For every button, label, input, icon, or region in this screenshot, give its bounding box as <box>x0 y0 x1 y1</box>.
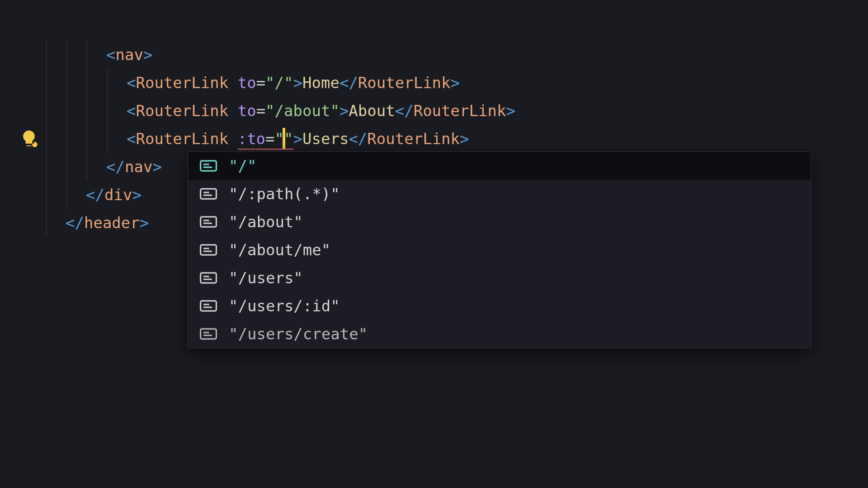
intellisense-item-label: "/about/me" <box>229 241 330 259</box>
intellisense-item[interactable]: "/users/create" <box>188 320 811 348</box>
error-squiggle <box>238 148 293 151</box>
code-line[interactable]: <RouterLink to="/about">About</RouterLin… <box>9 97 868 125</box>
svg-rect-6 <box>201 301 217 311</box>
snippet-icon <box>200 328 217 340</box>
intellisense-item[interactable]: "/about/me" <box>188 236 811 264</box>
svg-rect-3 <box>201 217 217 227</box>
intellisense-item-label: "/users" <box>229 269 303 287</box>
code-line-text: </div> <box>45 181 142 209</box>
intellisense-item[interactable]: "/users/:id" <box>188 292 811 320</box>
svg-rect-7 <box>201 329 217 339</box>
intellisense-item-label: "/:path(.*)" <box>229 185 340 203</box>
svg-rect-4 <box>201 245 217 255</box>
svg-rect-5 <box>201 273 217 283</box>
intellisense-item-label: "/" <box>229 157 256 175</box>
code-line[interactable]: <nav> <box>9 41 868 69</box>
code-line-text: </nav> <box>45 153 162 181</box>
intellisense-item[interactable]: "/about" <box>188 208 811 236</box>
intellisense-item-label: "/about" <box>229 213 303 231</box>
intellisense-item-label: "/users/:id" <box>229 297 340 315</box>
snippet-icon <box>200 188 217 200</box>
svg-point-0 <box>32 142 38 147</box>
intellisense-popup[interactable]: "/""/:path(.*)""/about""/about/me""/user… <box>188 151 811 348</box>
intellisense-item[interactable]: "/" <box>188 152 811 180</box>
snippet-icon <box>200 300 217 312</box>
code-line-text: <nav> <box>45 41 152 69</box>
snippet-icon <box>200 216 217 228</box>
code-line[interactable]: <RouterLink :to="">Users</RouterLink> <box>9 125 868 153</box>
code-line-text: <RouterLink to="/about">About</RouterLin… <box>45 97 515 125</box>
svg-rect-1 <box>201 161 217 171</box>
svg-rect-2 <box>201 189 217 199</box>
snippet-icon <box>200 272 217 284</box>
code-line-text: </header> <box>45 209 149 237</box>
intellisense-item[interactable]: "/:path(.*)" <box>188 180 811 208</box>
intellisense-item[interactable]: "/users" <box>188 264 811 292</box>
code-line[interactable]: <RouterLink to="/">Home</RouterLink> <box>9 69 868 97</box>
quickfix-lightbulb-icon[interactable] <box>19 129 39 149</box>
intellisense-item-label: "/users/create" <box>229 325 368 343</box>
snippet-icon <box>200 244 217 256</box>
snippet-icon <box>200 160 217 172</box>
